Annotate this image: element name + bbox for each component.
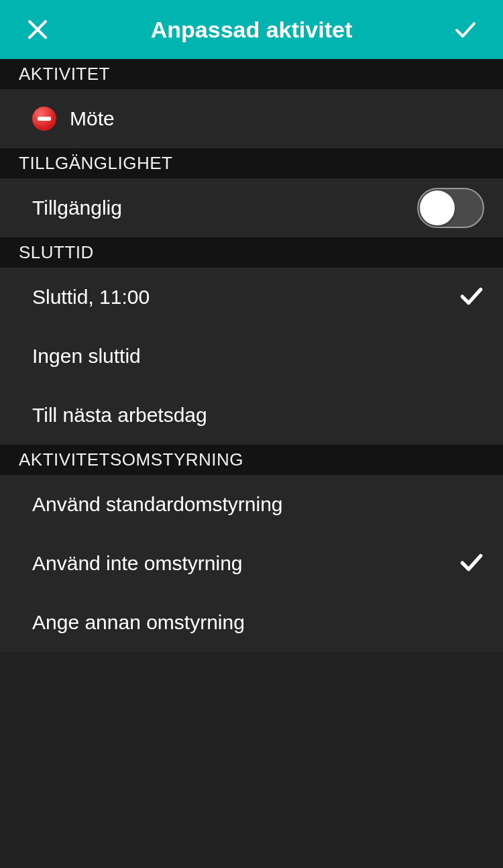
endtime-option-label: Ingen sluttid [32,345,141,368]
selected-check-icon [459,283,484,311]
close-icon [25,17,50,42]
section-header-availability: TILLGÄNGLIGHET [0,148,503,178]
availability-row: Tillgänglig [0,178,503,237]
availability-label: Tillgänglig [32,197,122,219]
page-title: Anpassad aktivitet [51,17,452,43]
endtime-option-label: Till nästa arbetsdag [32,404,207,427]
diversion-option-standard[interactable]: Använd standardomstyrning [0,475,503,534]
dnd-icon [32,107,56,131]
diversion-option-label: Använd standardomstyrning [32,493,283,516]
diversion-option-none[interactable]: Använd inte omstyrning [0,534,503,593]
diversion-option-label: Ange annan omstyrning [32,611,245,634]
endtime-option-specific[interactable]: Sluttid, 11:00 [0,268,503,327]
availability-toggle[interactable] [417,188,484,228]
close-button[interactable] [24,16,51,43]
diversion-option-label: Använd inte omstyrning [32,552,243,575]
endtime-option-label: Sluttid, 11:00 [32,286,150,309]
endtime-option-none[interactable]: Ingen sluttid [0,327,503,386]
section-header-activity: AKTIVITET [0,59,503,89]
header-bar: Anpassad aktivitet [0,0,503,59]
toggle-knob [420,191,455,225]
section-header-diversion: AKTIVITETSOMSTYRNING [0,445,503,475]
selected-check-icon [459,549,484,578]
section-header-endtime: SLUTTID [0,237,503,268]
confirm-button[interactable] [452,16,479,43]
check-icon [453,17,478,42]
endtime-option-nextday[interactable]: Till nästa arbetsdag [0,386,503,445]
activity-label: Möte [70,107,115,130]
diversion-option-other[interactable]: Ange annan omstyrning [0,593,503,652]
activity-row[interactable]: Möte [0,89,503,148]
